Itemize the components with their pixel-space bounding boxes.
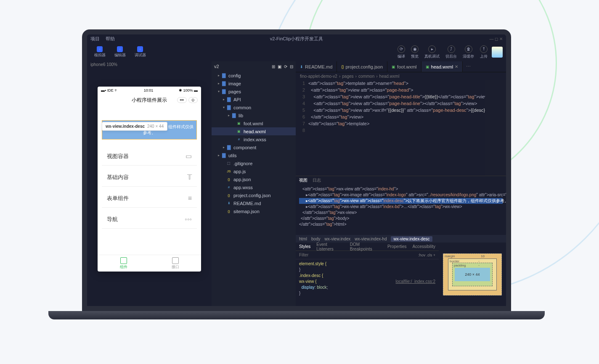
simulator-device[interactable]: ▬▪ IDE ᯤ 10:01 ✱ 100% ▬ 小程序组件展示 ••• ⊙ [98,87,201,272]
file-icon: ▣ [426,65,429,69]
toolbar-action-3[interactable]: ⤴切后台 [445,45,457,59]
tree-file[interactable]: {}project.config.json [212,191,296,199]
tree-folder[interactable]: ▸▇image [212,79,296,87]
tree-folder[interactable]: ▾▇pages [212,87,296,95]
editor-tab[interactable]: ▣head.wxml✕ [421,61,463,72]
file-icon: ▣ [236,129,242,133]
toolbar-action-1[interactable]: ◉预览 [411,45,419,59]
folder-icon: ▇ [226,97,232,102]
code-editor[interactable]: 12345678 <attr">class="tag">template att… [296,80,506,176]
close-icon[interactable]: ✕ [455,64,458,69]
css-rules[interactable]: element.style {}.index-desc {</span></di… [296,259,439,306]
element-node[interactable]: ▸<attr">class="tag">wx-image attr">class… [299,192,503,198]
toolbar-action-0[interactable]: ⟳编译 [398,45,405,59]
editor-tab[interactable]: ▣foot.wxml [387,61,421,72]
style-tab[interactable]: Properties [387,244,407,249]
tree-folder[interactable]: ▸▇lib [212,111,296,119]
devtools-top-tabs[interactable]: 视图 日志 [296,176,506,185]
breadcrumb[interactable]: fino-applet-demo-v2 › pages › common › h… [296,72,506,80]
explorer-root[interactable]: v2 [214,64,219,69]
phone-menu-item[interactable]: 表单组件≡ [102,189,197,208]
toolbar-action-4[interactable]: 🗑清缓存 [463,45,474,59]
file-icon: # [236,137,242,141]
avatar[interactable] [492,47,503,58]
tree-file[interactable]: {}sitemap.json [212,207,296,215]
crumb-item[interactable]: wx-view.index-desc [391,236,432,242]
element-node[interactable]: ▸<attr">class="tag">wx-view attr">class=… [299,198,503,204]
folder-icon: ▇ [226,145,232,150]
tree-folder[interactable]: ▸▇component [212,143,296,151]
phone-menu-item[interactable]: 基础内容𝕋 [102,168,197,187]
tree-file[interactable]: #app.wxss [212,183,296,191]
styles-filter-input[interactable] [299,253,418,257]
element-node[interactable]: </attr">class="tag">html> [299,222,503,227]
toolbar-tab-1[interactable]: ▫编辑器 [111,45,129,59]
element-node[interactable]: <attr">class="tag">wx-view attr">class="… [299,186,503,192]
element-node[interactable]: ▸<attr">class="tag">wx-view attr">class=… [299,204,503,210]
inspect-tooltip: wx-view.index-desc240 × 44 [102,122,167,131]
element-node[interactable]: </attr">class="tag">wx-view> [299,210,503,216]
editor-tab[interactable]: {}project.config.json [337,61,387,72]
element-node[interactable]: </attr">class="tag">body> [299,216,503,222]
tree-file[interactable]: JSapp.js [212,167,296,175]
phone-menu-item[interactable]: 视图容器▭ [102,147,197,166]
chevron-icon: 𝕋 [187,173,192,181]
menu-project[interactable]: 项目 [90,36,100,42]
file-icon: ⬇ [226,201,232,205]
phone-tab-component[interactable]: 组件 [98,255,149,272]
style-tab[interactable]: Event Listeners [316,243,344,251]
tree-folder[interactable]: ▸▇API [212,95,296,103]
elements-breadcrumb[interactable]: htmlbodywx-view.indexwx-view.index-hdwx-… [296,235,506,243]
tabs-more-icon[interactable]: ⋯ [463,61,474,72]
editor-tab[interactable]: ⬇README.md [296,61,337,72]
toolbar-action-2[interactable]: ▸真机调试 [424,45,440,59]
styles-tabs[interactable]: StylesEvent ListenersDOM BreakpointsProp… [296,243,439,251]
window-controls[interactable]: — ◻ ✕ [489,37,503,41]
elements-tree[interactable]: <attr">class="tag">wx-view attr">class="… [296,185,506,235]
file-icon: ▣ [236,121,242,125]
tree-file[interactable]: ⬚.gitignore [212,159,296,167]
simulator-device-label[interactable]: iphone6 100% [87,61,212,70]
tree-file[interactable]: ▣foot.wxml [212,119,296,127]
phone-tabbar: 组件 接口 [98,255,201,272]
menu-help[interactable]: 帮助 [106,36,115,42]
tree-folder[interactable]: ▸▇utils [212,151,296,159]
new-folder-icon[interactable]: ▣ [278,64,281,69]
tree-folder[interactable]: ▾▇common [212,103,296,111]
styles-filter-actions[interactable]: :hov .cls + [418,253,435,257]
toolbar-action-5[interactable]: ⤒上传 [480,45,488,59]
style-tab[interactable]: Styles [299,244,310,249]
action-icon: ⟳ [398,45,405,53]
phone-tab-api[interactable]: 接口 [149,255,201,272]
new-file-icon[interactable]: ⊞ [272,64,275,69]
tree-folder[interactable]: ▸▇config [212,71,296,79]
crumb-item[interactable]: wx-view.index [325,237,351,241]
chevron-icon: ◦◦◦ [185,216,192,223]
action-icon: ▸ [428,45,436,53]
toolbar-tab-2[interactable]: ▫调试器 [131,45,149,59]
collapse-icon[interactable]: ⊟ [290,64,293,69]
style-tab[interactable]: DOM Breakpoints [350,243,382,251]
crumb-item[interactable]: body [311,237,321,241]
minimap[interactable] [485,80,506,176]
capsule-more-icon[interactable]: ••• [177,97,187,103]
toolbar: ▫模拟器▫编辑器▫调试器 ⟳编译◉预览▸真机调试⤴切后台🗑清缓存⤒上传 [87,43,506,61]
tab-icon: ▫ [117,46,123,52]
box-model: margin10 border- padding- 240 × 44 [439,243,506,306]
chevron-icon: ≡ [188,195,192,202]
phone-menu-item[interactable]: 导航◦◦◦ [102,210,197,229]
crumb-item[interactable]: html [299,237,307,241]
tree-file[interactable]: {}app.json [212,175,296,183]
crumb-item[interactable]: wx-view.index-hd [355,237,387,241]
tree-file[interactable]: #index.wxss [212,135,296,143]
file-icon: {} [226,193,232,197]
style-tab[interactable]: Accessibility [413,244,435,249]
tree-file[interactable]: ⬇README.md [212,199,296,207]
refresh-icon[interactable]: ⟳ [284,64,287,69]
toolbar-tab-0[interactable]: ▫模拟器 [90,45,109,59]
capsule-close-icon[interactable]: ⊙ [188,97,198,103]
tree-file[interactable]: ▣head.wxml [212,127,296,135]
styles-filter-row: :hov .cls + [296,251,439,259]
phone-status-bar: ▬▪ IDE ᯤ 10:01 ✱ 100% ▬ [98,87,201,94]
folder-icon: ▇ [221,81,227,86]
